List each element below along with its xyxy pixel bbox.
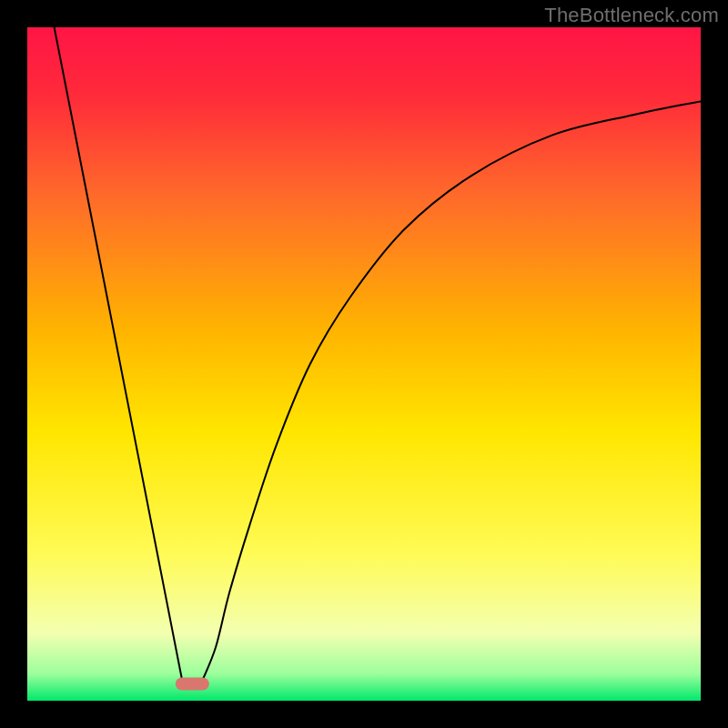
chart-frame: TheBottleneck.com <box>0 0 728 728</box>
optimum-marker <box>176 678 209 691</box>
optimum-pill <box>176 678 209 691</box>
watermark-text: TheBottleneck.com <box>544 4 719 27</box>
plot-svg <box>27 27 701 701</box>
gradient-background <box>27 27 701 701</box>
plot-area <box>27 27 701 701</box>
